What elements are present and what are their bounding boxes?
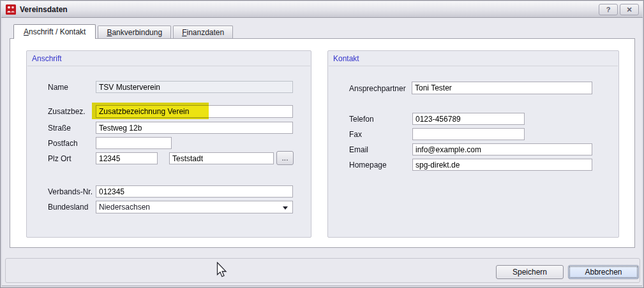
postfach-field[interactable]	[96, 137, 172, 149]
window-controls: ? ✕	[599, 4, 639, 15]
close-icon: ✕	[626, 6, 632, 13]
tab-bar: Anschrift / Kontakt Bankverbindung Finan…	[13, 24, 233, 39]
group-title: Anschrift	[32, 54, 62, 63]
ansprechpartner-field[interactable]	[412, 82, 592, 94]
tab-bankverbindung[interactable]: Bankverbindung	[98, 25, 171, 38]
strasse-field[interactable]	[96, 122, 293, 134]
group-separator	[329, 66, 618, 66]
email-label: Email	[349, 145, 368, 154]
window-title: Vereinsdaten	[20, 5, 68, 14]
group-title: Kontakt	[333, 54, 359, 63]
name-label: Name	[48, 83, 68, 92]
zusatzbez-label: Zusatzbez.	[48, 107, 86, 116]
tab-finanzdaten[interactable]: Finanzdaten	[173, 25, 233, 38]
email-field[interactable]	[412, 143, 592, 155]
name-field[interactable]	[96, 81, 293, 93]
fax-field[interactable]	[412, 128, 525, 140]
fax-label: Fax	[349, 130, 362, 139]
telefon-field[interactable]	[412, 113, 525, 125]
cancel-button[interactable]: Abbrechen	[568, 265, 639, 279]
button-bar: Speichern Abbrechen	[5, 258, 640, 283]
ansprechpartner-label: Ansprechpartner	[349, 84, 406, 93]
tab-label: nschrift / Kontakt	[29, 27, 86, 36]
homepage-label: Homepage	[349, 161, 387, 169]
tab-label: ankverbindung	[112, 28, 162, 37]
tab-label: inanzdaten	[186, 28, 224, 37]
tab-page-anschrift-kontakt: Anschrift Name Zusatzbez. Straße Postfac…	[10, 38, 635, 248]
plz-ort-label: Plz Ort	[48, 154, 71, 163]
tab-anschrift-kontakt[interactable]: Anschrift / Kontakt	[13, 24, 96, 39]
verbands-nr-field[interactable]	[96, 185, 293, 198]
title-bar: Vereinsdaten ? ✕	[1, 1, 643, 18]
telefon-label: Telefon	[349, 115, 374, 124]
bundesland-label: Bundesland	[48, 203, 88, 212]
chevron-down-icon	[283, 206, 288, 210]
tab-label: A	[24, 27, 29, 36]
save-button[interactable]: Speichern	[496, 265, 564, 279]
homepage-field[interactable]	[412, 159, 592, 171]
question-icon: ?	[606, 6, 611, 13]
help-button[interactable]: ?	[599, 4, 618, 15]
bundesland-select[interactable]: Niedersachsen	[96, 201, 293, 213]
app-icon	[6, 4, 16, 15]
group-separator	[27, 66, 310, 66]
group-anschrift: Anschrift Name Zusatzbez. Straße Postfac…	[26, 50, 311, 238]
group-kontakt: Kontakt Ansprechpartner Telefon Fax Emai…	[327, 50, 619, 238]
bundesland-selected-value: Niedersachsen	[99, 203, 150, 212]
vereinsdaten-dialog: Vereinsdaten ? ✕ Anschrift / Kontakt Ban…	[0, 0, 644, 288]
postfach-label: Postfach	[48, 139, 78, 148]
verbands-nr-label: Verbands-Nr.	[48, 187, 93, 196]
zusatzbez-field[interactable]	[96, 105, 293, 118]
close-button[interactable]: ✕	[620, 4, 639, 15]
ort-field[interactable]	[169, 152, 274, 164]
strasse-label: Straße	[48, 124, 71, 133]
plz-ort-lookup-button[interactable]: ...	[276, 151, 294, 165]
plz-field[interactable]	[96, 152, 158, 164]
